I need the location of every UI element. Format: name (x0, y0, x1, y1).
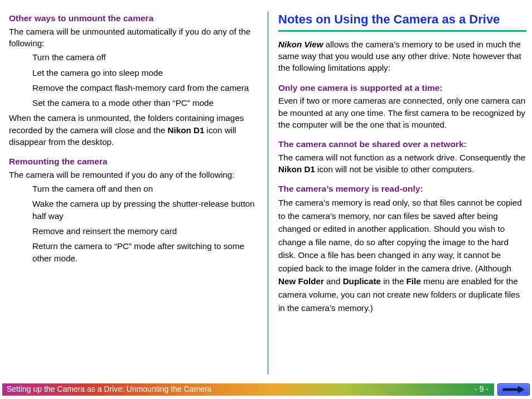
text-bold: Duplicate (343, 276, 381, 286)
list-item: Wake the camera up by pressing the shutt… (32, 198, 258, 222)
text-bold: New Folder (278, 276, 324, 286)
page-body: Other ways to unmount the camera The cam… (0, 0, 532, 374)
text-bold: File (407, 276, 421, 286)
text: The camera’s memory is read only, so tha… (278, 198, 522, 273)
text: The camera will not function as a networ… (278, 153, 525, 162)
para-read-only: The camera’s memory is read only, so tha… (278, 196, 526, 314)
heading-unmount-other-ways: Other ways to unmount the camera (9, 12, 258, 25)
footer: Setting up the Camera as a Drive: Unmoun… (2, 383, 530, 396)
text-bold: Nikon D1 (168, 125, 205, 135)
para-one-camera: Even if two or more cameras are connecte… (278, 95, 526, 130)
text: and (324, 276, 343, 286)
list-item: Remove the compact flash-memory card fro… (32, 82, 258, 94)
list-remount: Turn the camera off and then on Wake the… (32, 183, 258, 264)
arrow-right-icon (502, 386, 525, 393)
text-emphasis: Nikon View (278, 40, 323, 49)
para-remount-intro: The camera will be remounted if you do a… (9, 169, 258, 181)
text-bold: Nikon D1 (278, 164, 315, 174)
heading-notes-title: Notes on Using the Camera as a Drive (278, 11, 526, 28)
list-item: Turn the camera off (32, 51, 258, 63)
next-page-button[interactable] (497, 383, 530, 396)
title-underline (278, 30, 526, 32)
heading-no-network: The camera cannot be shared over a netwo… (278, 138, 526, 150)
list-item: Let the camera go into sleep mode (32, 67, 258, 79)
list-unmount: Turn the camera off Let the camera go in… (32, 51, 258, 109)
heading-one-camera: Only one camera is supported at a time: (278, 82, 526, 94)
page-number: - 9 - (475, 384, 489, 395)
left-column: Other ways to unmount the camera The cam… (9, 11, 268, 374)
para-unmount-intro: The camera will be unmounted automatical… (9, 26, 258, 50)
footer-bar: Setting up the Camera as a Drive: Unmoun… (2, 383, 494, 396)
text: icon will not be visible to other comput… (315, 164, 474, 174)
text: in the (381, 276, 407, 286)
list-item: Return the camera to “PC” mode after swi… (32, 240, 258, 264)
heading-read-only: The camera’s memory is read-only: (278, 183, 526, 195)
breadcrumb: Setting up the Camera as a Drive: Unmoun… (7, 384, 211, 395)
list-item: Set the camera to a mode other than “PC”… (32, 97, 258, 109)
right-column: Notes on Using the Camera as a Drive Nik… (268, 11, 526, 374)
para-unmount-result: When the camera is unmounted, the folder… (9, 112, 258, 148)
list-item: Turn the camera off and then on (32, 183, 258, 194)
para-intro: Nikon View allows the camera’s memory to… (278, 38, 526, 74)
list-item: Remove and reinsert the memory card (32, 225, 258, 237)
heading-remounting: Remounting the camera (9, 155, 258, 168)
para-no-network: The camera will not function as a networ… (278, 152, 526, 176)
